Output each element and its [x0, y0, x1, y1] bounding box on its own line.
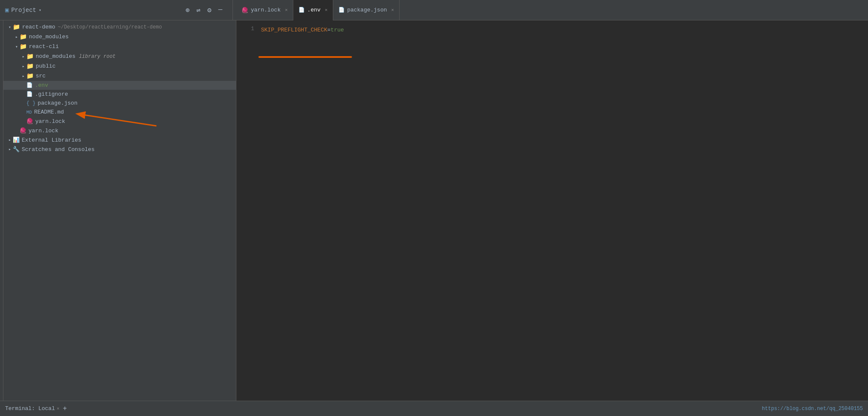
item-name: node_modules: [29, 34, 69, 40]
scratches-icon: 🔧: [13, 146, 20, 153]
yarn-icon: 🧶: [241, 7, 248, 14]
tree-item-gitignore-file[interactable]: 📄.gitignore: [3, 90, 236, 99]
tree-item-react-cli[interactable]: 📁react-cli: [3, 42, 236, 51]
library-root-badge: library root: [79, 54, 116, 60]
yarn-file-icon: 🧶: [26, 118, 33, 125]
editor-content[interactable]: SKIP_PREFLIGHT_CHECK=true: [258, 20, 868, 401]
sidebar-left-strip: [0, 20, 3, 401]
folder-arrow: [20, 73, 26, 79]
scope-icon[interactable]: ⊕: [185, 6, 190, 14]
item-name: .gitignore: [35, 91, 68, 97]
external-icon: 📊: [13, 137, 20, 143]
tree-item-readme-file[interactable]: MDREADME.md: [3, 108, 236, 117]
tree-item-external-libraries[interactable]: 📊External Libraries: [3, 135, 236, 145]
tab-env[interactable]: 📄.env×: [293, 0, 333, 20]
sidebar-toolbar: ⊕ ⇌ ⚙ —: [185, 6, 227, 14]
bottom-left: Terminal: Local × +: [5, 405, 67, 413]
md-file-icon: MD: [26, 110, 32, 115]
item-name: react-cli: [29, 43, 59, 50]
folder-icon: 📁: [20, 33, 27, 40]
code-value: true: [331, 27, 344, 33]
minus-icon[interactable]: —: [218, 6, 222, 14]
folder-arrow: [20, 54, 26, 60]
bottom-bar: Terminal: Local × + https://blog.csdn.ne…: [0, 401, 868, 416]
top-bar: ▣ Project ▾ ⊕ ⇌ ⚙ — 🧶yarn.lock×📄.env×📄pa…: [0, 0, 868, 20]
tab-close-btn[interactable]: ×: [285, 8, 288, 13]
item-name: README.md: [34, 109, 64, 115]
folder-arrow: [14, 44, 20, 50]
terminal-label: Terminal:: [5, 405, 35, 412]
root-path: ~/Desktop/reactLearning/react-demo: [58, 24, 162, 30]
tab-close-btn[interactable]: ×: [391, 8, 394, 13]
tree-item-react-demo-root[interactable]: 📁react-demo~/Desktop/reactLearning/react…: [3, 22, 236, 32]
item-name: src: [36, 73, 45, 79]
split-icon[interactable]: ⇌: [196, 6, 201, 14]
json-file-icon: { }: [26, 100, 36, 106]
yarn-file-icon: 🧶: [20, 127, 26, 134]
item-name: node_modules: [36, 53, 76, 60]
local-tab-close[interactable]: ×: [57, 406, 60, 411]
tab-bar: 🧶yarn.lock×📄.env×📄package.json×: [233, 0, 868, 20]
folder-icon: 📁: [26, 72, 34, 80]
local-tab-label: Local: [38, 405, 55, 412]
editor-area: 1 SKIP_PREFLIGHT_CHECK=true: [236, 20, 868, 401]
item-name: yarn.lock: [35, 118, 65, 125]
tab-package-json[interactable]: 📄package.json×: [333, 0, 400, 20]
item-name: public: [36, 63, 56, 69]
folder-arrow: [14, 34, 20, 40]
tree-item-src[interactable]: 📁src: [3, 71, 236, 81]
code-equals: =: [327, 27, 331, 33]
url-link[interactable]: https://blog.csdn.net/qq_25040155: [762, 406, 863, 412]
item-name: react-demo: [22, 24, 55, 30]
pkg-tab-icon: 📄: [338, 7, 345, 13]
tree-item-env-file[interactable]: 📄.env: [3, 81, 236, 90]
file-tree: 📁react-demo~/Desktop/reactLearning/react…: [3, 20, 236, 401]
project-label-text: Project: [11, 7, 36, 14]
item-name: package.json: [38, 100, 78, 106]
env-tab-icon: 📄: [298, 7, 305, 13]
folder-icon: 📁: [20, 43, 27, 50]
tree-item-node-modules-lib[interactable]: 📁node_moduleslibrary root: [3, 51, 236, 61]
folder-icon: 📁: [26, 53, 34, 60]
folder-icon: 📁: [13, 23, 20, 31]
item-name: External Libraries: [22, 137, 81, 143]
project-panel-header[interactable]: ▣ Project ▾: [5, 6, 41, 14]
line-numbers: 1: [236, 20, 258, 401]
env-file-icon: 📄: [26, 82, 33, 88]
tab-label: yarn.lock: [251, 7, 281, 13]
folder-arrow: [7, 137, 13, 143]
add-terminal-button[interactable]: +: [63, 405, 67, 413]
tree-item-public[interactable]: 📁public: [3, 61, 236, 71]
tree-item-scratches[interactable]: 🔧Scratches and Consoles: [3, 145, 236, 154]
folder-arrow: [7, 146, 13, 152]
tab-yarn-lock[interactable]: 🧶yarn.lock×: [236, 0, 293, 20]
terminal-local-tab[interactable]: Local ×: [38, 405, 60, 412]
item-name: .env: [35, 82, 48, 88]
item-name: yarn.lock: [28, 128, 58, 134]
tab-close-btn[interactable]: ×: [325, 8, 328, 13]
tab-label: .env: [307, 7, 321, 13]
tree-item-package-json-file[interactable]: { }package.json: [3, 99, 236, 108]
folder-arrow: [20, 63, 26, 69]
underline-annotation: [258, 56, 352, 58]
gear-icon[interactable]: ⚙: [207, 6, 212, 14]
folder-arrow: [7, 24, 13, 30]
sidebar-header: ▣ Project ▾ ⊕ ⇌ ⚙ —: [0, 0, 233, 20]
text-file-icon: 📄: [26, 91, 33, 97]
item-name: Scratches and Consoles: [22, 146, 95, 153]
tree-item-yarn-lock-outer[interactable]: 🧶yarn.lock: [3, 126, 236, 135]
project-folder-icon: ▣: [5, 6, 9, 14]
code-line-1: SKIP_PREFLIGHT_CHECK=true: [261, 26, 868, 34]
folder-icon: 📁: [26, 63, 34, 70]
tab-label: package.json: [347, 7, 387, 13]
code-key: SKIP_PREFLIGHT_CHECK: [261, 27, 327, 33]
chevron-down-icon: ▾: [39, 8, 41, 13]
tree-item-yarn-lock-inner[interactable]: 🧶yarn.lock: [3, 117, 236, 126]
main-area: 📁react-demo~/Desktop/reactLearning/react…: [0, 20, 868, 401]
tree-item-node-modules-root[interactable]: 📁node_modules: [3, 32, 236, 42]
